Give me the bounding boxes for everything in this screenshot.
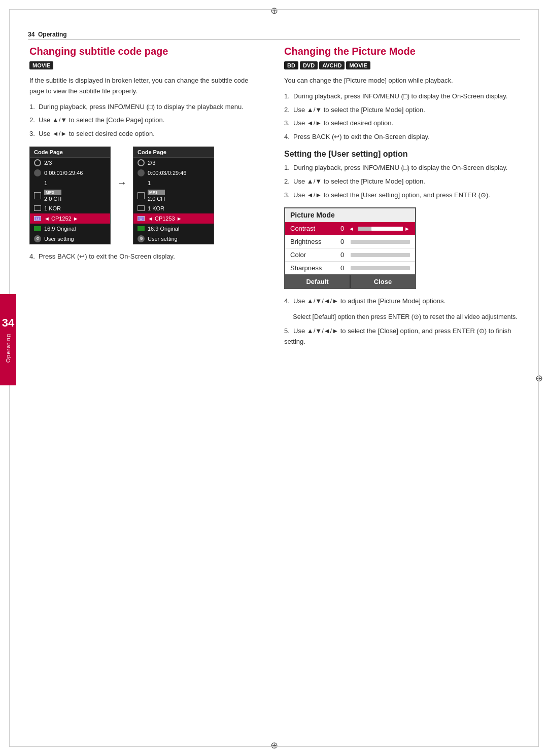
- right-step-3: 3. Use ◄/► to select desired option.: [284, 118, 519, 129]
- default-button[interactable]: Default: [285, 275, 350, 288]
- brightness-value: 0: [336, 238, 349, 245]
- badge-movie: MOVIE: [29, 61, 53, 69]
- brightness-label: Brightness: [290, 238, 336, 245]
- badge-bd: BD: [284, 61, 298, 69]
- code-page-menu-2: Code Page 2/3 0:00:03/0:29:46 1 MP3: [133, 147, 214, 244]
- brightness-bar-track: [351, 240, 410, 244]
- sharpness-bar-track: [351, 266, 410, 270]
- right-step-5-text: 5. Use ▲/▼/◄/► to select the [Close] opt…: [284, 326, 519, 347]
- menu1-item-disc: 2/3: [30, 158, 110, 168]
- right-step-4: 4. Press BACK (↩) to exit the On-Screen …: [284, 132, 519, 142]
- menu2-item-169: 16:9 Original: [133, 224, 214, 234]
- contrast-value: 0: [336, 225, 349, 232]
- header-bar: 34 Operating: [28, 28, 520, 40]
- menu2-item-user: ⚙ User setting: [133, 234, 214, 244]
- main-content: Changing subtitle code page MOVIE If the…: [29, 46, 519, 726]
- badge-avchd: AVCHD: [319, 61, 345, 69]
- right-badges: BD DVD AVCHD MOVIE: [284, 61, 519, 69]
- contrast-bar-fill: [371, 227, 403, 231]
- left-step-1: 1. During playback, press INFO/MENU (□) …: [29, 102, 264, 113]
- chapter-number: 34: [2, 316, 14, 330]
- right-steps: 1. During playback, press INFO/MENU (□) …: [284, 91, 519, 142]
- picture-mode-title: Picture Mode: [285, 208, 415, 222]
- menu2-item-mp3: MP3 2.0 CH: [133, 188, 214, 203]
- subsection-title: Setting the [User setting] option: [284, 150, 519, 159]
- right-sub-steps: 1. During playback, press INFO/MENU (□) …: [284, 163, 519, 200]
- picture-mode-footer: Default Close: [285, 274, 415, 288]
- left-steps: 1. During playback, press INFO/MENU (□) …: [29, 102, 264, 139]
- badge-dvd: DVD: [300, 61, 318, 69]
- menu1-item-tv: 1 KOR: [30, 203, 110, 213]
- code-page-menus: Code Page 2/3 0:00:01/0:29:46 1 MP3: [29, 147, 264, 244]
- color-label: Color: [290, 251, 336, 259]
- picture-mode-panel: Picture Mode Contrast 0 ◄ ► Brightness 0: [284, 207, 416, 289]
- menu2-item-circle: 0:00:03/0:29:46: [133, 168, 214, 178]
- page-number: 34 Operating: [28, 31, 67, 38]
- contrast-label: Contrast: [290, 225, 336, 232]
- right-column: Changing the Picture Mode BD DVD AVCHD M…: [284, 46, 519, 726]
- right-sub-step-3: 3. Use ◄/► to select the [User setting] …: [284, 190, 519, 201]
- close-button[interactable]: Close: [350, 275, 415, 288]
- menu2-item-1: 1: [133, 178, 214, 188]
- menu2-item-cp1253: U ◄ CP1253 ►: [133, 213, 214, 224]
- sharpness-label: Sharpness: [290, 264, 336, 272]
- menu2-item-disc: 2/3: [133, 158, 214, 168]
- contrast-bar: [358, 227, 403, 231]
- color-bar: [351, 253, 410, 257]
- left-intro: If the subtitle is displayed in broken l…: [29, 76, 264, 97]
- menu1-header: Code Page: [30, 147, 110, 158]
- left-section-title: Changing subtitle code page: [29, 46, 264, 57]
- menu1-item-169: 16:9 Original: [30, 224, 110, 234]
- menu2-item-tv: 1 KOR: [133, 203, 214, 213]
- right-intro: You can change the [Picture mode] option…: [284, 76, 519, 86]
- right-section-title: Changing the Picture Mode: [284, 46, 519, 57]
- right-note: Select [Default] option then press ENTER…: [284, 312, 519, 322]
- left-badges: MOVIE: [29, 61, 264, 69]
- menu1-item-mp3: MP3 2.0 CH: [30, 188, 110, 203]
- menu2-header: Code Page: [133, 147, 214, 158]
- right-sub-step-1: 1. During playback, press INFO/MENU (□) …: [284, 163, 519, 173]
- sharpness-value: 0: [336, 264, 349, 272]
- code-page-menu-1: Code Page 2/3 0:00:01/0:29:46 1 MP3: [29, 147, 111, 244]
- chapter-label: Operating: [5, 334, 11, 363]
- right-step-1: 1. During playback, press INFO/MENU (□) …: [284, 91, 519, 102]
- picture-mode-row-color: Color 0: [285, 248, 415, 261]
- menu1-item-user: ⚙ User setting: [30, 234, 110, 244]
- right-step-2: 2. Use ▲/▼ to select the [Picture Mode] …: [284, 105, 519, 116]
- contrast-bar-track: [358, 227, 403, 231]
- color-bar-track: [351, 253, 410, 257]
- brightness-bar: [351, 240, 410, 244]
- chapter-tab: 34 Operating: [0, 294, 16, 385]
- color-value: 0: [336, 251, 349, 259]
- picture-mode-row-contrast: Contrast 0 ◄ ►: [285, 222, 415, 235]
- left-step-4: 4. Press BACK (↩) to exit the On-Screen …: [29, 251, 264, 262]
- left-step-2: 2. Use ▲/▼ to select the [Code Page] opt…: [29, 115, 264, 126]
- menu1-item-1: 1: [30, 178, 110, 188]
- right-sub-step-2: 2. Use ▲/▼ to select the [Picture Mode] …: [284, 176, 519, 187]
- picture-mode-row-sharpness: Sharpness 0: [285, 261, 415, 274]
- left-step-3: 3. Use ◄/► to select desired code option…: [29, 129, 264, 139]
- menu1-item-circle: 0:00:01/0:29:46: [30, 168, 110, 178]
- right-step-4-text: 4. Use ▲/▼/◄/► to adjust the [Picture Mo…: [284, 296, 519, 307]
- sharpness-bar: [351, 266, 410, 270]
- picture-mode-row-brightness: Brightness 0: [285, 235, 415, 248]
- menu1-item-cp1252: U ◄ CP1252 ►: [30, 213, 110, 224]
- menu-arrow-icon: →: [117, 147, 127, 189]
- badge-movie-right: MOVIE: [346, 61, 370, 69]
- left-column: Changing subtitle code page MOVIE If the…: [29, 46, 264, 726]
